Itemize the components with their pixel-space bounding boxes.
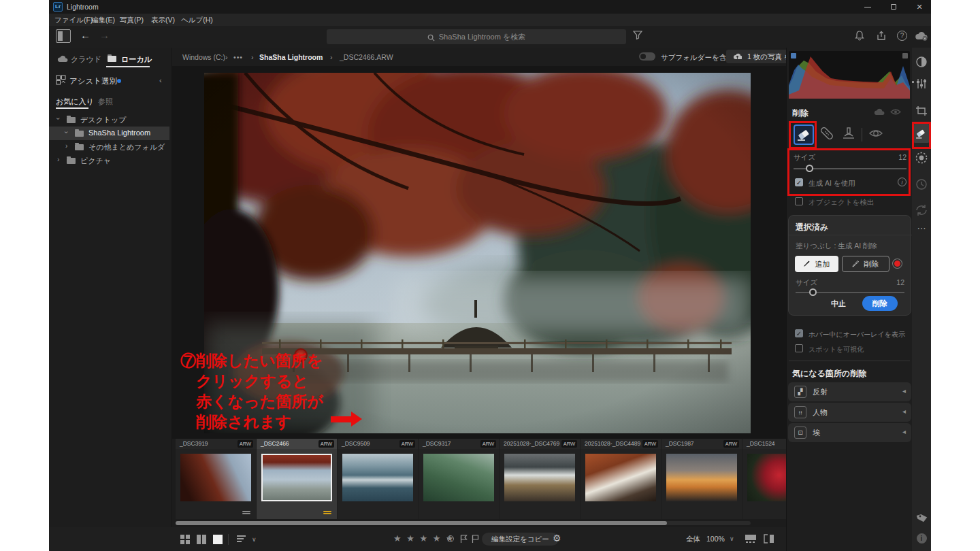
cancel-button[interactable]: 中止 bbox=[821, 297, 855, 310]
heal-tool[interactable] bbox=[818, 124, 838, 145]
tree-item-desktop[interactable]: › デスクトップ bbox=[49, 113, 172, 127]
menu-photo[interactable]: 写真(P) bbox=[120, 16, 144, 25]
color-label-icon[interactable] bbox=[447, 535, 454, 542]
filmstrip-item[interactable]: _DSC9509ARW bbox=[338, 439, 418, 519]
filter-icon[interactable] bbox=[633, 31, 642, 39]
tab-favorites[interactable]: お気に入り bbox=[56, 97, 94, 107]
more-tools-icon[interactable]: ⋯ bbox=[912, 223, 931, 233]
info-icon[interactable]: i bbox=[912, 533, 931, 544]
cloud-sync-icon[interactable] bbox=[915, 32, 928, 41]
tree-collapsed-icon[interactable]: › bbox=[57, 156, 59, 163]
filmstrip-scrollbar[interactable] bbox=[176, 521, 751, 525]
overlay-hover-checkbox[interactable]: ✓ bbox=[795, 329, 803, 337]
detail-view-icon[interactable] bbox=[213, 535, 223, 544]
tree-collapsed-icon[interactable]: › bbox=[65, 142, 67, 150]
sync-icon[interactable] bbox=[912, 204, 931, 216]
selected-size-slider[interactable] bbox=[796, 292, 904, 293]
filmstrip-item[interactable]: 20251028-_DSC4769ARW bbox=[500, 439, 580, 519]
adjust-sliders-icon[interactable] bbox=[912, 78, 931, 90]
tree-item-pictures[interactable]: › ピクチャ bbox=[49, 154, 172, 167]
star-rating[interactable]: ★ ★ ★ ★ ★ bbox=[393, 533, 455, 544]
filmstrip-item[interactable]: _DSC3919ARW bbox=[176, 439, 256, 519]
edit-light-icon[interactable] bbox=[912, 56, 931, 68]
expand-icon[interactable]: ◂ bbox=[902, 428, 906, 435]
tab-cloud[interactable]: クラウド bbox=[71, 54, 101, 65]
sort-chevron-icon[interactable]: ∨ bbox=[252, 536, 257, 543]
share-icon[interactable] bbox=[877, 31, 886, 41]
grid-view-icon[interactable] bbox=[180, 535, 190, 544]
copy-edit-settings-button[interactable]: 編集設定をコピー bbox=[482, 533, 559, 546]
pick-flag-icon[interactable] bbox=[460, 535, 468, 544]
zoom-chevron-icon[interactable]: ∨ bbox=[730, 535, 734, 542]
tree-item-shasha-lightroom[interactable]: › ShaSha Lightroom bbox=[49, 127, 169, 140]
histogram[interactable] bbox=[789, 51, 910, 99]
tree-item-other-folder[interactable]: › その他まとめフォルダ bbox=[49, 140, 172, 154]
breadcrumb-drive[interactable]: Windows (C:) bbox=[182, 53, 225, 61]
filmstrip-item[interactable]: _DSC1524ARW bbox=[742, 439, 786, 519]
histogram-clip-left-icon[interactable] bbox=[791, 53, 796, 59]
red-eye-tool[interactable] bbox=[867, 124, 887, 145]
apply-remove-button[interactable]: 削除 bbox=[862, 296, 898, 311]
tree-expand-icon[interactable]: › bbox=[54, 118, 62, 120]
filmstrip-toggle-icon[interactable] bbox=[745, 534, 757, 544]
menu-help[interactable]: ヘルプ(H) bbox=[181, 16, 213, 25]
add-brush-button[interactable]: 追加 bbox=[795, 256, 838, 272]
include-subfolders-toggle[interactable] bbox=[639, 52, 655, 61]
breadcrumb-ellipsis[interactable]: ••• bbox=[233, 53, 243, 61]
scrollbar-thumb[interactable] bbox=[176, 521, 667, 525]
thumbnail[interactable] bbox=[747, 454, 786, 501]
filmstrip-item[interactable]: _DSC1987ARW bbox=[662, 439, 742, 519]
menu-edit[interactable]: 編集(E) bbox=[91, 16, 115, 25]
slider-knob[interactable] bbox=[809, 288, 817, 296]
thumbnail[interactable] bbox=[342, 454, 413, 501]
maximize-button[interactable] bbox=[882, 0, 905, 14]
breadcrumb-file[interactable]: _DSC2466.ARW bbox=[340, 53, 393, 61]
breadcrumb-folder[interactable]: ShaSha Lightroom bbox=[259, 53, 323, 61]
filmstrip-item-selected[interactable]: _DSC2466ARW bbox=[257, 439, 337, 519]
sidebar-toggle-icon[interactable] bbox=[56, 29, 71, 43]
thumbnail[interactable] bbox=[423, 454, 494, 501]
subtract-brush-button[interactable]: 削除 bbox=[842, 256, 889, 272]
clone-tool[interactable] bbox=[840, 124, 860, 145]
notifications-bell-icon[interactable] bbox=[855, 31, 864, 41]
crop-icon[interactable] bbox=[912, 105, 931, 117]
thumbnail[interactable] bbox=[666, 454, 737, 501]
search-input[interactable]: ShaSha Lightroom を検索 bbox=[327, 29, 626, 44]
close-button[interactable]: ✕ bbox=[908, 0, 931, 14]
versions-clock-icon[interactable] bbox=[912, 178, 931, 190]
filmstrip-item[interactable]: 20251028-_DSC4489ARW bbox=[581, 439, 661, 519]
zoom-value[interactable]: 100% bbox=[706, 535, 725, 543]
filmstrip-item[interactable]: _DSC9317ARW bbox=[419, 439, 499, 519]
detect-objects-checkbox[interactable] bbox=[795, 197, 803, 205]
histogram-clip-right-icon[interactable] bbox=[902, 53, 908, 59]
minimize-button[interactable] bbox=[856, 0, 879, 14]
thumbnail[interactable] bbox=[585, 454, 656, 501]
sort-icon[interactable] bbox=[237, 535, 246, 545]
back-icon[interactable]: ← bbox=[80, 29, 91, 41]
thumbnail[interactable] bbox=[180, 454, 251, 501]
keywords-tag-icon[interactable] bbox=[912, 512, 931, 524]
expand-icon[interactable]: ◂ bbox=[902, 407, 906, 415]
gear-icon[interactable]: ⚙ bbox=[553, 533, 561, 544]
tab-browse[interactable]: 参照 bbox=[98, 97, 113, 107]
menu-file[interactable]: ファイル(F) bbox=[54, 16, 93, 25]
distraction-item-reflections[interactable]: ▞ 反射 ◂ bbox=[788, 382, 911, 401]
assist-select-item[interactable]: アシスト選別 bbox=[69, 76, 117, 86]
help-icon[interactable]: ? bbox=[897, 31, 907, 41]
thumbnail[interactable] bbox=[261, 454, 332, 501]
distraction-item-dust[interactable]: ⊡ 埃 ◂ bbox=[788, 423, 911, 442]
assist-collapse-icon[interactable]: ‹ bbox=[159, 76, 162, 84]
menu-view[interactable]: 表示(V) bbox=[151, 16, 175, 25]
compare-view-icon[interactable] bbox=[764, 534, 774, 544]
overlay-color-swatch[interactable] bbox=[893, 259, 902, 268]
reject-flag-icon[interactable] bbox=[472, 535, 479, 544]
visualize-spots-checkbox[interactable] bbox=[795, 344, 803, 352]
masking-icon[interactable] bbox=[912, 151, 931, 165]
thumbnail[interactable] bbox=[504, 454, 575, 501]
tab-local[interactable]: ローカル bbox=[121, 54, 152, 65]
tree-expand-icon[interactable]: › bbox=[63, 131, 70, 133]
zoom-mode-label[interactable]: 全体 bbox=[686, 535, 700, 544]
expand-icon[interactable]: ◂ bbox=[902, 387, 906, 395]
distraction-item-people[interactable]: ⁝⁝ 人物 ◂ bbox=[788, 403, 911, 422]
two-up-view-icon[interactable] bbox=[197, 535, 206, 544]
